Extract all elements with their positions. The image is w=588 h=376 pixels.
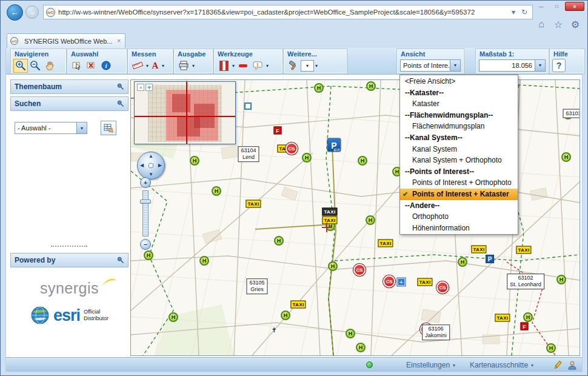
zoom-slider-handle[interactable] xyxy=(140,200,151,204)
measure-tool[interactable] xyxy=(130,59,145,73)
map-marker-taxi[interactable]: TAXI xyxy=(417,278,432,286)
edit-pencil-icon[interactable] xyxy=(553,360,563,372)
map-marker-h[interactable]: H xyxy=(328,261,338,271)
pan-left-icon[interactable]: ◀ xyxy=(140,163,144,168)
map-marker-h[interactable]: H xyxy=(356,343,366,352)
map-marker-cs[interactable]: CS xyxy=(353,264,366,276)
map-marker-h[interactable]: H xyxy=(169,312,178,322)
map-marker-pbig[interactable]: PE/A xyxy=(327,138,341,152)
view-menu-item[interactable]: ✔Points of Interest + Kataster xyxy=(400,189,518,200)
view-menu-item[interactable]: <Freie Ansicht> xyxy=(400,76,518,87)
panel-resize-handle[interactable] xyxy=(51,246,87,247)
view-select[interactable]: Points of Intere... ▼ xyxy=(400,59,461,72)
view-menu-item[interactable]: Höheninformation xyxy=(400,223,518,234)
map-marker-sq[interactable] xyxy=(244,102,252,110)
settings-gear-icon[interactable]: ⚙ xyxy=(569,19,581,30)
map-marker-cs[interactable]: CS xyxy=(436,281,449,294)
map-marker-cs[interactable]: CS xyxy=(383,275,395,287)
overview-map[interactable]: × ✛ xyxy=(134,81,236,144)
map-marker-h[interactable]: H xyxy=(556,275,566,284)
help-button[interactable]: ? xyxy=(552,59,566,72)
einstellungen-menu[interactable]: Einstellungen ▾ xyxy=(406,358,455,372)
print-dropdown-icon[interactable]: ▾ xyxy=(191,63,196,69)
overview-close-icon[interactable]: × xyxy=(137,84,144,91)
pan-up-icon[interactable]: ▲ xyxy=(149,154,153,159)
powered-by-panel-header[interactable]: Powered by xyxy=(10,253,129,267)
map-marker-h[interactable]: H xyxy=(212,186,221,196)
map-marker-f[interactable]: F xyxy=(521,323,529,331)
print-tool[interactable] xyxy=(176,59,191,73)
themenbaum-panel-header[interactable]: Themenbaum xyxy=(10,79,129,94)
maptip-tool[interactable]: ! xyxy=(250,59,265,73)
map-marker-h[interactable]: H xyxy=(144,250,153,260)
maximize-button[interactable]: □ xyxy=(549,2,564,11)
clear-selection-tool[interactable] xyxy=(84,59,99,73)
pan-right-icon[interactable]: ▶ xyxy=(158,163,162,168)
map-marker-h[interactable]: H xyxy=(561,152,571,162)
scale-input[interactable]: 18.056 ▼ xyxy=(479,59,546,72)
minimize-button[interactable]: — xyxy=(533,2,549,11)
overview-move-icon[interactable]: ✛ xyxy=(145,84,153,91)
measure-dropdown-icon[interactable]: ▾ xyxy=(145,63,150,69)
redlining-tool[interactable] xyxy=(236,59,250,73)
map-marker-h[interactable]: H xyxy=(358,156,367,166)
flag-tool[interactable] xyxy=(216,59,231,73)
autocomplete-dropdown-icon[interactable]: ▾ xyxy=(508,8,519,16)
pan-center-button[interactable] xyxy=(149,163,154,169)
map-marker-h[interactable]: H xyxy=(523,312,533,322)
pin-icon[interactable] xyxy=(117,257,124,264)
map-marker-h[interactable]: H xyxy=(190,156,199,166)
map-marker-h[interactable]: H xyxy=(281,311,290,320)
zoom-in-button[interactable]: + xyxy=(140,177,151,188)
map-marker-h[interactable]: H xyxy=(274,236,284,246)
zoom-slider[interactable] xyxy=(142,190,149,237)
tab-close-icon[interactable]: × xyxy=(116,38,122,44)
map-marker-taxi[interactable]: TAXI xyxy=(495,314,510,322)
browser-tab[interactable]: wO SYNERGIS WebOffice Web... × xyxy=(7,33,125,48)
home-icon[interactable]: ⌂ xyxy=(535,19,547,30)
map-marker-h[interactable]: H xyxy=(546,343,556,353)
view-menu-item[interactable]: Kataster xyxy=(400,98,518,110)
pin-icon[interactable] xyxy=(117,83,124,90)
map-marker-h[interactable]: H xyxy=(458,257,467,267)
map-marker-cs[interactable]: CS xyxy=(286,143,298,155)
map-marker-h[interactable]: H xyxy=(302,153,312,163)
zoom-out-button[interactable]: − xyxy=(140,239,151,250)
kartenausschnitte-menu[interactable]: Kartenausschnitte ▾ xyxy=(470,358,533,372)
map-marker-church[interactable]: ✝ xyxy=(271,326,276,334)
map-marker-h[interactable]: H xyxy=(366,215,375,225)
pan-down-icon[interactable]: ▼ xyxy=(149,172,153,177)
zoom-in-tool[interactable] xyxy=(13,59,28,73)
refresh-icon[interactable]: ↻ xyxy=(519,8,530,16)
view-select-arrow-icon[interactable]: ▼ xyxy=(450,60,460,71)
weitere-dropdown-icon[interactable]: ▾ xyxy=(314,63,319,69)
map-marker-taxi[interactable]: TAXI xyxy=(290,301,306,309)
select-tool[interactable] xyxy=(70,59,84,73)
pin-icon[interactable] xyxy=(117,100,124,107)
close-button[interactable]: × xyxy=(565,2,584,11)
map-marker-plus[interactable]: + xyxy=(398,278,406,286)
map-marker-h[interactable]: H xyxy=(366,81,376,91)
map-marker-taxi[interactable]: TAXI xyxy=(246,200,261,208)
map-marker-h[interactable]: H xyxy=(314,83,324,93)
map-marker-taxi[interactable]: TAXI xyxy=(471,246,486,253)
map-marker-taxid[interactable]: TAXI xyxy=(322,208,337,216)
search-select[interactable]: - Auswahl - ▼ xyxy=(15,122,87,134)
back-button[interactable]: ← xyxy=(7,4,23,21)
text-measure-tool[interactable]: A xyxy=(150,59,161,73)
view-menu-item[interactable]: Orthophoto xyxy=(400,211,518,223)
view-menu-item[interactable]: Kanal System + Orthophoto xyxy=(400,155,518,166)
map-marker-h[interactable]: H xyxy=(199,256,209,266)
tools-hammer-tool[interactable] xyxy=(286,59,301,73)
view-menu-item[interactable]: Kanal System xyxy=(400,144,518,155)
zoom-out-tool[interactable] xyxy=(28,59,42,73)
scale-dropdown-icon[interactable]: ▼ xyxy=(535,60,545,71)
address-bar[interactable]: wO http://w-ws-wintner/WebOffice/synserv… xyxy=(43,5,533,19)
identify-tool[interactable]: i xyxy=(99,59,113,73)
map-marker-h[interactable]: H xyxy=(346,329,355,338)
map-marker-center[interactable] xyxy=(322,223,332,232)
suchen-panel-header[interactable]: Suchen xyxy=(10,96,129,111)
text-measure-dropdown-icon[interactable]: ▾ xyxy=(161,63,165,69)
view-menu-item[interactable]: Flächenwidmungsplan xyxy=(400,121,518,132)
favorites-star-icon[interactable]: ☆ xyxy=(552,19,564,30)
